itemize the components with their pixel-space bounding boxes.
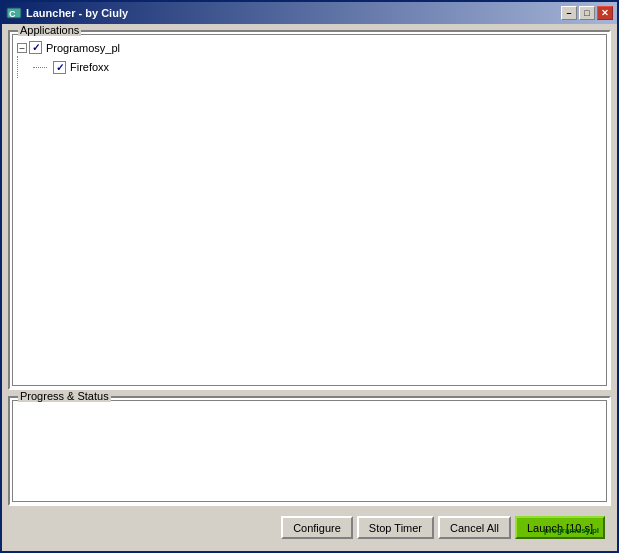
tree-content: – Programosy_pl Firefoxx <box>13 35 606 84</box>
button-bar: Configure Stop Timer Cancel All Launch [… <box>8 512 611 545</box>
close-button[interactable]: ✕ <box>597 6 613 20</box>
status-content <box>12 400 607 502</box>
title-bar: C Launcher - by Ciuly – □ ✕ <box>2 2 617 24</box>
tree-child-row: Firefoxx <box>17 56 602 78</box>
stop-timer-button[interactable]: Stop Timer <box>357 516 434 539</box>
tree-vertical-line <box>17 56 33 78</box>
main-window: C Launcher - by Ciuly – □ ✕ Applications… <box>0 0 619 553</box>
launch-button[interactable]: Launch [10 s] programosy.pl <box>515 516 605 539</box>
tree-root-item: – Programosy_pl <box>17 41 602 54</box>
applications-tree-container: – Programosy_pl Firefoxx <box>12 34 607 386</box>
svg-text:C: C <box>9 9 16 19</box>
status-label: Progress & Status <box>18 390 111 402</box>
expand-button[interactable]: – <box>17 43 27 53</box>
minimize-button[interactable]: – <box>561 6 577 20</box>
tree-horizontal-line <box>33 67 47 68</box>
cancel-all-button[interactable]: Cancel All <box>438 516 511 539</box>
client-area: Applications – Programosy_pl <box>2 24 617 551</box>
configure-button[interactable]: Configure <box>281 516 353 539</box>
window-title: Launcher - by Ciuly <box>26 7 561 19</box>
window-controls: – □ ✕ <box>561 6 613 20</box>
status-panel: Progress & Status <box>8 396 611 506</box>
maximize-button[interactable]: □ <box>579 6 595 20</box>
child-item-label: Firefoxx <box>70 61 109 73</box>
applications-panel: Applications – Programosy_pl <box>8 30 611 390</box>
window-icon: C <box>6 5 22 21</box>
child-checkbox[interactable] <box>53 61 66 74</box>
root-item-label: Programosy_pl <box>46 42 120 54</box>
root-checkbox[interactable] <box>29 41 42 54</box>
